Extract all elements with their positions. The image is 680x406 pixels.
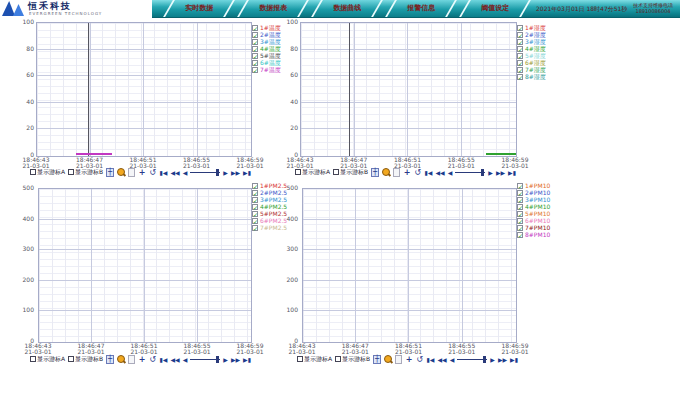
undo-zoom-icon[interactable]: ↺ [414,168,422,177]
move-tool-icon[interactable]: + [403,168,411,177]
slider-thumb[interactable] [216,169,219,176]
chart1-plot-area[interactable] [36,22,252,157]
checkbox-icon[interactable] [30,169,36,175]
legend-checkbox[interactable]: ✓ [517,46,523,52]
step-back-button[interactable]: ◀ [183,355,188,364]
legend-item[interactable]: ✓ 8#PM10 [517,232,550,238]
pan-tool-icon[interactable] [128,168,136,177]
slider-thumb[interactable] [216,356,219,363]
fast-back-button[interactable]: ◀◀ [437,355,446,364]
go-first-button[interactable]: ▮◀ [159,355,167,364]
step-forward-button[interactable]: ▶ [490,355,495,364]
fast-back-button[interactable]: ◀◀ [170,168,179,177]
move-tool-icon[interactable]: + [405,355,413,364]
legend-checkbox[interactable]: ✓ [517,225,523,231]
legend-checkbox[interactable]: ✓ [517,25,523,31]
legend-checkbox[interactable]: ✓ [517,183,523,189]
legend-checkbox[interactable]: ✓ [252,218,258,224]
legend-checkbox[interactable]: ✓ [517,218,523,224]
crosshair-tool-icon[interactable]: ┼ [371,168,379,177]
scroll-slider[interactable] [190,359,220,360]
legend-checkbox[interactable]: ✓ [517,53,523,59]
show-cursor-a-checkbox[interactable]: 显示游标A [295,168,330,177]
legend-checkbox[interactable]: ✓ [252,190,258,196]
legend-checkbox[interactable]: ✓ [517,39,523,45]
legend-checkbox[interactable]: ✓ [252,60,258,66]
crosshair-tool-icon[interactable]: ┼ [106,168,114,177]
zoom-tool-icon[interactable] [382,168,390,177]
zoom-tool-icon[interactable] [117,168,125,177]
checkbox-icon[interactable] [68,169,74,175]
legend-checkbox[interactable]: ✓ [252,46,258,52]
pan-tool-icon[interactable] [128,355,136,364]
legend-checkbox[interactable]: ✓ [517,32,523,38]
chart2-plot-area[interactable] [300,22,517,157]
legend-checkbox[interactable]: ✓ [517,74,523,80]
scroll-slider[interactable] [455,172,485,173]
crosshair-tool-icon[interactable]: ┼ [373,355,381,364]
legend-checkbox[interactable]: ✓ [517,232,523,238]
checkbox-icon[interactable] [335,356,341,362]
pan-tool-icon[interactable] [393,168,401,177]
fast-back-button[interactable]: ◀◀ [435,168,444,177]
show-cursor-b-checkbox[interactable]: 显示游标B [333,168,368,177]
go-first-button[interactable]: ▮◀ [424,168,432,177]
show-cursor-b-checkbox[interactable]: 显示游标B [68,168,103,177]
crosshair-tool-icon[interactable]: ┼ [106,355,114,364]
zoom-tool-icon[interactable] [384,355,392,364]
show-cursor-a-checkbox[interactable]: 显示游标A [30,355,65,364]
legend-checkbox[interactable]: ✓ [252,67,258,73]
go-last-button[interactable]: ▶▮ [508,168,516,177]
legend-checkbox[interactable]: ✓ [517,197,523,203]
fast-forward-button[interactable]: ▶▶ [231,168,240,177]
slider-thumb[interactable] [481,169,484,176]
nav-tab[interactable]: 实时数据 [163,0,235,17]
checkbox-icon[interactable] [68,356,74,362]
go-last-button[interactable]: ▶▮ [243,168,251,177]
legend-item[interactable]: ✓ 7#温度 [252,67,281,73]
legend-checkbox[interactable]: ✓ [517,67,523,73]
fast-back-button[interactable]: ◀◀ [170,355,179,364]
legend-checkbox[interactable]: ✓ [517,211,523,217]
scroll-slider[interactable] [190,172,220,173]
show-cursor-b-checkbox[interactable]: 显示游标B [68,355,103,364]
fast-forward-button[interactable]: ▶▶ [498,355,507,364]
step-forward-button[interactable]: ▶ [223,355,228,364]
scroll-slider[interactable] [457,359,487,360]
go-first-button[interactable]: ▮◀ [159,168,167,177]
pan-tool-icon[interactable] [395,355,403,364]
legend-checkbox[interactable]: ✓ [252,225,258,231]
legend-checkbox[interactable]: ✓ [517,60,523,66]
fast-forward-button[interactable]: ▶▶ [496,168,505,177]
nav-tab[interactable]: 数据报表 [237,0,309,17]
nav-tab[interactable]: 数据曲线 [311,0,383,17]
checkbox-icon[interactable] [297,356,303,362]
show-cursor-a-checkbox[interactable]: 显示游标A [30,168,65,177]
legend-checkbox[interactable]: ✓ [252,32,258,38]
undo-zoom-icon[interactable]: ↺ [149,355,157,364]
checkbox-icon[interactable] [30,356,36,362]
undo-zoom-icon[interactable]: ↺ [416,355,424,364]
chart2-cursor-line[interactable] [349,23,350,156]
go-first-button[interactable]: ▮◀ [426,355,434,364]
go-last-button[interactable]: ▶▮ [243,355,251,364]
legend-checkbox[interactable]: ✓ [252,183,258,189]
legend-checkbox[interactable]: ✓ [252,39,258,45]
go-last-button[interactable]: ▶▮ [510,355,518,364]
legend-checkbox[interactable]: ✓ [252,53,258,59]
step-back-button[interactable]: ◀ [448,168,453,177]
step-back-button[interactable]: ◀ [183,168,188,177]
checkbox-icon[interactable] [295,169,301,175]
step-forward-button[interactable]: ▶ [488,168,493,177]
step-back-button[interactable]: ◀ [450,355,455,364]
nav-tab[interactable]: 阈值设定 [459,0,531,17]
step-forward-button[interactable]: ▶ [223,168,228,177]
nav-tab[interactable]: 报警信息 [385,0,457,17]
slider-thumb[interactable] [483,356,486,363]
undo-zoom-icon[interactable]: ↺ [149,168,157,177]
checkbox-icon[interactable] [333,169,339,175]
legend-item[interactable]: ✓ 8#湿度 [517,74,546,80]
show-cursor-b-checkbox[interactable]: 显示游标B [335,355,370,364]
move-tool-icon[interactable]: + [138,355,146,364]
chart4-plot-area[interactable] [302,188,517,343]
